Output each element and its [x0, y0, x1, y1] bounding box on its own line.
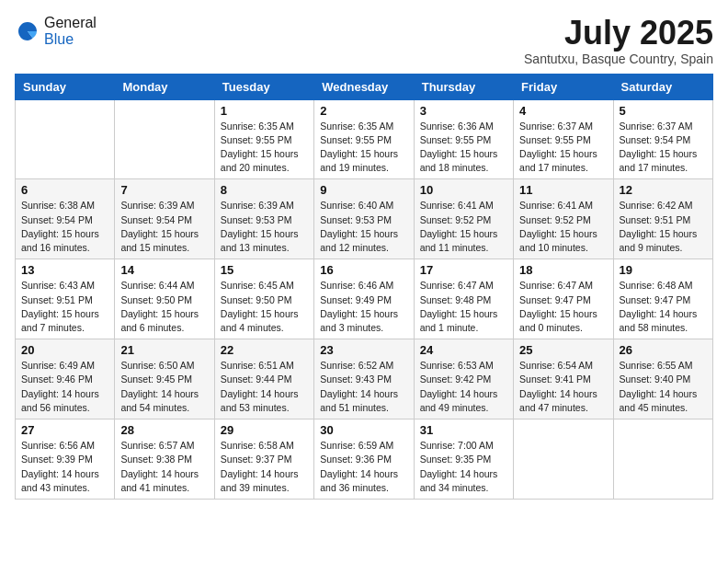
day-number: 19	[620, 263, 707, 277]
day-number: 9	[320, 183, 407, 197]
day-info: Sunrise: 6:40 AMSunset: 9:53 PMDaylight:…	[320, 199, 407, 255]
day-info: Sunrise: 6:39 AMSunset: 9:54 PMDaylight:…	[120, 199, 208, 255]
calendar-cell: 21Sunrise: 6:50 AMSunset: 9:45 PMDayligh…	[115, 339, 214, 419]
day-info: Sunrise: 6:38 AMSunset: 9:54 PMDaylight:…	[21, 199, 108, 255]
calendar-cell	[115, 99, 214, 179]
day-number: 26	[620, 343, 707, 357]
calendar-cell: 18Sunrise: 6:47 AMSunset: 9:47 PMDayligh…	[514, 259, 613, 339]
day-info: Sunrise: 7:00 AMSunset: 9:35 PMDaylight:…	[420, 439, 507, 495]
day-info: Sunrise: 6:48 AMSunset: 9:47 PMDaylight:…	[620, 279, 707, 335]
calendar-cell: 15Sunrise: 6:45 AMSunset: 9:50 PMDayligh…	[214, 259, 313, 339]
day-info: Sunrise: 6:39 AMSunset: 9:53 PMDaylight:…	[221, 199, 308, 255]
calendar-cell: 16Sunrise: 6:46 AMSunset: 9:49 PMDayligh…	[314, 259, 414, 339]
calendar: SundayMondayTuesdayWednesdayThursdayFrid…	[15, 74, 713, 500]
day-info: Sunrise: 6:44 AMSunset: 9:50 PMDaylight:…	[120, 279, 208, 335]
day-number: 20	[21, 343, 108, 357]
calendar-cell: 12Sunrise: 6:42 AMSunset: 9:51 PMDayligh…	[613, 179, 712, 259]
calendar-cell: 28Sunrise: 6:57 AMSunset: 9:38 PMDayligh…	[115, 419, 214, 500]
weekday-header-cell: Wednesday	[314, 74, 414, 99]
day-number: 4	[519, 104, 607, 118]
day-number: 7	[120, 183, 208, 197]
day-info: Sunrise: 6:50 AMSunset: 9:45 PMDaylight:…	[120, 359, 208, 415]
day-info: Sunrise: 6:47 AMSunset: 9:48 PMDaylight:…	[420, 279, 507, 335]
logo: General Blue	[15, 15, 97, 48]
day-number: 2	[320, 104, 407, 118]
calendar-week-row: 27Sunrise: 6:56 AMSunset: 9:39 PMDayligh…	[16, 419, 713, 500]
calendar-cell	[613, 419, 712, 500]
title-area: July 2025 Santutxu, Basque Country, Spai…	[524, 15, 713, 66]
calendar-week-row: 1Sunrise: 6:35 AMSunset: 9:55 PMDaylight…	[16, 99, 713, 179]
calendar-cell: 2Sunrise: 6:35 AMSunset: 9:55 PMDaylight…	[314, 99, 414, 179]
calendar-cell: 31Sunrise: 7:00 AMSunset: 9:35 PMDayligh…	[414, 419, 513, 500]
calendar-cell: 10Sunrise: 6:41 AMSunset: 9:52 PMDayligh…	[414, 179, 513, 259]
day-info: Sunrise: 6:53 AMSunset: 9:42 PMDaylight:…	[420, 359, 507, 415]
day-number: 30	[320, 423, 407, 437]
day-info: Sunrise: 6:45 AMSunset: 9:50 PMDaylight:…	[221, 279, 308, 335]
day-info: Sunrise: 6:41 AMSunset: 9:52 PMDaylight:…	[519, 199, 607, 255]
weekday-header-cell: Thursday	[414, 74, 513, 99]
calendar-cell: 26Sunrise: 6:55 AMSunset: 9:40 PMDayligh…	[613, 339, 712, 419]
calendar-cell: 5Sunrise: 6:37 AMSunset: 9:54 PMDaylight…	[613, 99, 712, 179]
calendar-cell: 14Sunrise: 6:44 AMSunset: 9:50 PMDayligh…	[115, 259, 214, 339]
day-number: 22	[221, 343, 308, 357]
day-number: 23	[320, 343, 407, 357]
day-info: Sunrise: 6:54 AMSunset: 9:41 PMDaylight:…	[519, 359, 607, 415]
calendar-cell: 13Sunrise: 6:43 AMSunset: 9:51 PMDayligh…	[16, 259, 115, 339]
calendar-cell: 24Sunrise: 6:53 AMSunset: 9:42 PMDayligh…	[414, 339, 513, 419]
day-number: 5	[620, 104, 707, 118]
calendar-cell: 23Sunrise: 6:52 AMSunset: 9:43 PMDayligh…	[314, 339, 414, 419]
calendar-week-row: 20Sunrise: 6:49 AMSunset: 9:46 PMDayligh…	[16, 339, 713, 419]
day-number: 25	[519, 343, 607, 357]
calendar-week-row: 6Sunrise: 6:38 AMSunset: 9:54 PMDaylight…	[16, 179, 713, 259]
day-number: 18	[519, 263, 607, 277]
day-number: 15	[221, 263, 308, 277]
logo-text: General Blue	[44, 15, 97, 48]
header: General Blue July 2025 Santutxu, Basque …	[15, 15, 713, 66]
month-title: July 2025	[524, 15, 713, 52]
calendar-cell: 3Sunrise: 6:36 AMSunset: 9:55 PMDaylight…	[414, 99, 513, 179]
day-number: 10	[420, 183, 507, 197]
day-info: Sunrise: 6:37 AMSunset: 9:55 PMDaylight:…	[519, 120, 607, 176]
day-info: Sunrise: 6:51 AMSunset: 9:44 PMDaylight:…	[221, 359, 308, 415]
day-info: Sunrise: 6:55 AMSunset: 9:40 PMDaylight:…	[620, 359, 707, 415]
day-info: Sunrise: 6:43 AMSunset: 9:51 PMDaylight:…	[21, 279, 108, 335]
day-number: 13	[21, 263, 108, 277]
day-info: Sunrise: 6:47 AMSunset: 9:47 PMDaylight:…	[519, 279, 607, 335]
calendar-cell: 1Sunrise: 6:35 AMSunset: 9:55 PMDaylight…	[214, 99, 313, 179]
day-info: Sunrise: 6:42 AMSunset: 9:51 PMDaylight:…	[620, 199, 707, 255]
calendar-week-row: 13Sunrise: 6:43 AMSunset: 9:51 PMDayligh…	[16, 259, 713, 339]
logo-icon	[15, 18, 40, 44]
calendar-cell: 25Sunrise: 6:54 AMSunset: 9:41 PMDayligh…	[514, 339, 613, 419]
calendar-cell: 22Sunrise: 6:51 AMSunset: 9:44 PMDayligh…	[214, 339, 313, 419]
day-info: Sunrise: 6:52 AMSunset: 9:43 PMDaylight:…	[320, 359, 407, 415]
calendar-cell: 30Sunrise: 6:59 AMSunset: 9:36 PMDayligh…	[314, 419, 414, 500]
calendar-cell: 17Sunrise: 6:47 AMSunset: 9:48 PMDayligh…	[414, 259, 513, 339]
day-info: Sunrise: 6:35 AMSunset: 9:55 PMDaylight:…	[221, 120, 308, 176]
day-number: 11	[519, 183, 607, 197]
day-number: 16	[320, 263, 407, 277]
day-info: Sunrise: 6:58 AMSunset: 9:37 PMDaylight:…	[221, 439, 308, 495]
day-info: Sunrise: 6:36 AMSunset: 9:55 PMDaylight:…	[420, 120, 507, 176]
calendar-body: 1Sunrise: 6:35 AMSunset: 9:55 PMDaylight…	[16, 99, 713, 499]
weekday-header-cell: Monday	[115, 74, 214, 99]
calendar-cell: 6Sunrise: 6:38 AMSunset: 9:54 PMDaylight…	[16, 179, 115, 259]
day-info: Sunrise: 6:41 AMSunset: 9:52 PMDaylight:…	[420, 199, 507, 255]
day-number: 1	[221, 104, 308, 118]
day-info: Sunrise: 6:56 AMSunset: 9:39 PMDaylight:…	[21, 439, 108, 495]
calendar-cell: 9Sunrise: 6:40 AMSunset: 9:53 PMDaylight…	[314, 179, 414, 259]
calendar-cell: 29Sunrise: 6:58 AMSunset: 9:37 PMDayligh…	[214, 419, 313, 500]
calendar-cell	[514, 419, 613, 500]
day-number: 12	[620, 183, 707, 197]
weekday-header-cell: Tuesday	[214, 74, 313, 99]
day-info: Sunrise: 6:46 AMSunset: 9:49 PMDaylight:…	[320, 279, 407, 335]
weekday-header: SundayMondayTuesdayWednesdayThursdayFrid…	[16, 74, 713, 99]
weekday-header-cell: Sunday	[16, 74, 115, 99]
day-number: 14	[120, 263, 208, 277]
day-number: 28	[120, 423, 208, 437]
location: Santutxu, Basque Country, Spain	[524, 52, 713, 66]
day-info: Sunrise: 6:37 AMSunset: 9:54 PMDaylight:…	[620, 120, 707, 176]
day-number: 6	[21, 183, 108, 197]
day-info: Sunrise: 6:57 AMSunset: 9:38 PMDaylight:…	[120, 439, 208, 495]
day-number: 29	[221, 423, 308, 437]
day-info: Sunrise: 6:59 AMSunset: 9:36 PMDaylight:…	[320, 439, 407, 495]
